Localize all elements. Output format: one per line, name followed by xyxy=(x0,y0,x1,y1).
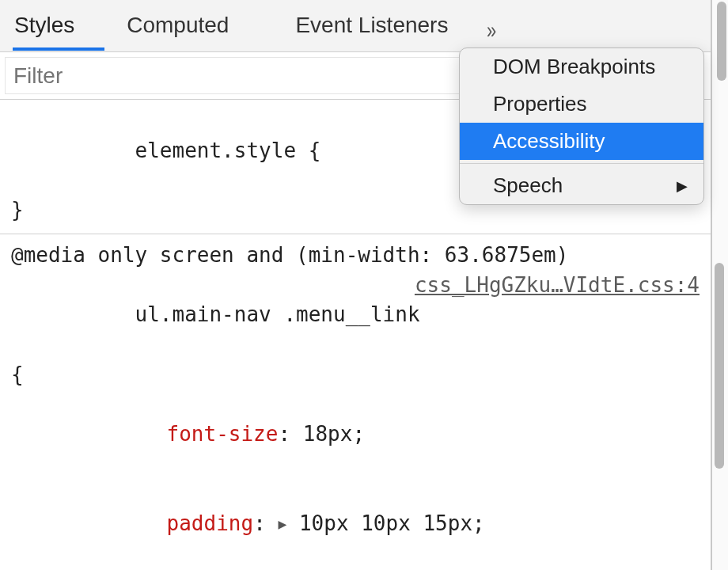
prop-name-font-size[interactable]: font-size xyxy=(167,422,279,446)
semicolon: ; xyxy=(352,422,365,446)
prop-value-padding[interactable]: 10px 10px 15px xyxy=(299,511,472,535)
rule-media-menu-link[interactable]: @media only screen and (min-width: 63.68… xyxy=(0,234,711,570)
semicolon: ; xyxy=(472,511,485,535)
menu-item-label: Speech xyxy=(493,173,563,198)
menu-item-properties[interactable]: Properties xyxy=(460,86,703,123)
menu-item-speech[interactable]: Speech ▶ xyxy=(460,167,703,204)
menu-item-accessibility[interactable]: Accessibility xyxy=(460,123,703,160)
tabs-overflow-button[interactable]: » xyxy=(464,11,514,51)
tab-styles[interactable]: Styles xyxy=(0,13,89,52)
source-link[interactable]: css_LHgGZku…VIdtE.css:4 xyxy=(415,271,700,301)
colon: : xyxy=(253,511,266,535)
devtools-viewport: Styles Computed Event Listeners » :hov e… xyxy=(0,0,728,570)
colon: : xyxy=(278,422,290,446)
tab-computed[interactable]: Computed xyxy=(112,13,243,52)
styles-panel: Styles Computed Event Listeners » :hov e… xyxy=(0,0,712,570)
active-tab-indicator xyxy=(13,48,104,51)
brace-open: { xyxy=(11,363,24,386)
menu-separator xyxy=(460,163,703,164)
panel-tabbar: Styles Computed Event Listeners » xyxy=(0,0,711,52)
tabs-overflow-menu: DOM Breakpoints Properties Accessibility… xyxy=(459,48,704,205)
outer-scrollbar-thumb[interactable] xyxy=(717,2,726,81)
chevron-double-right-icon: » xyxy=(487,17,491,44)
brace-open: { xyxy=(309,139,321,162)
selector-text: element.style xyxy=(135,139,309,162)
menu-item-dom-breakpoints[interactable]: DOM Breakpoints xyxy=(460,48,703,86)
menu-item-label: Properties xyxy=(493,92,587,116)
media-query-text: @media only screen and (min-width: 63.68… xyxy=(11,241,700,271)
inner-scrollbar-thumb[interactable] xyxy=(715,263,724,469)
menu-item-label: Accessibility xyxy=(493,129,605,154)
expand-shorthand-icon[interactable]: ▶ xyxy=(278,514,286,534)
menu-item-label: DOM Breakpoints xyxy=(493,55,655,79)
prop-value-font-size[interactable]: 18px xyxy=(303,422,353,446)
tab-event-listeners[interactable]: Event Listeners xyxy=(281,13,462,52)
brace-close: } xyxy=(11,198,24,222)
prop-name-padding[interactable]: padding xyxy=(167,511,254,535)
submenu-arrow-icon: ▶ xyxy=(677,177,688,195)
selector-text: ul.main-nav .menu__link xyxy=(135,302,420,326)
